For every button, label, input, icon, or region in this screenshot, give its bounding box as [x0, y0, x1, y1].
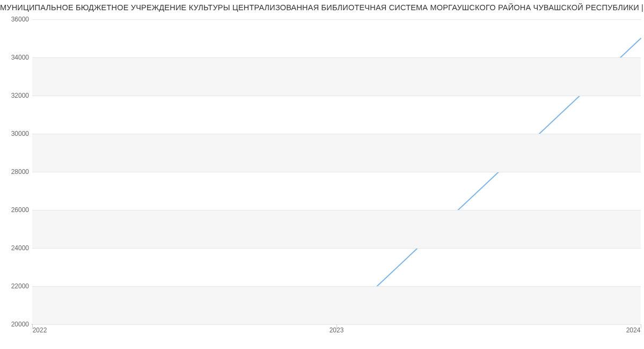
- y-gridline: [32, 210, 641, 210]
- y-gridline: [32, 248, 641, 249]
- y-gridline: [32, 96, 641, 96]
- plot-area: [32, 19, 641, 325]
- y-gridline: [32, 286, 641, 287]
- y-gridline: [32, 57, 641, 58]
- y-tick-label: 26000: [2, 206, 29, 214]
- y-tick-label: 36000: [2, 16, 29, 23]
- y-tick-label: 28000: [2, 168, 29, 176]
- x-tick: [641, 324, 641, 329]
- chart-title: МУНИЦИПАЛЬНОЕ БЮДЖЕТНОЕ УЧРЕЖДЕНИЕ КУЛЬТ…: [0, 3, 644, 12]
- y-tick-label: 30000: [2, 130, 29, 137]
- chart-container: МУНИЦИПАЛЬНОЕ БЮДЖЕТНОЕ УЧРЕЖДЕНИЕ КУЛЬТ…: [0, 0, 644, 349]
- y-gridline: [32, 172, 641, 172]
- grid-band: [32, 210, 641, 248]
- y-tick-label: 32000: [2, 92, 29, 99]
- y-gridline: [32, 134, 641, 134]
- x-tick-label: 2023: [330, 326, 344, 334]
- grid-band: [32, 286, 641, 324]
- y-gridline: [32, 19, 641, 20]
- grid-band: [32, 57, 641, 96]
- grid-band: [32, 134, 641, 172]
- y-tick-label: 34000: [2, 54, 29, 61]
- x-tick-label: 2024: [626, 326, 641, 334]
- y-tick-label: 20000: [2, 321, 29, 328]
- y-tick-label: 24000: [2, 244, 29, 252]
- x-tick-label: 2022: [33, 326, 47, 334]
- y-tick-label: 22000: [2, 282, 29, 290]
